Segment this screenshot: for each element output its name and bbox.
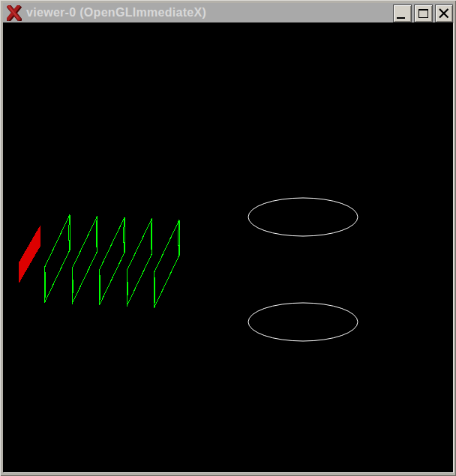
viewer-window: viewer-0 (OpenGLImmediateX) [0,0,456,476]
white-circle [248,303,358,341]
window-controls [393,4,453,22]
green-panel [100,217,125,305]
green-panel [45,215,70,303]
window-title: viewer-0 (OpenGLImmediateX) [26,3,206,22]
red-x-app-icon[interactable] [7,5,22,21]
opengl-viewport[interactable] [3,22,453,472]
maximize-button[interactable] [414,4,433,22]
close-button[interactable] [435,4,453,22]
minimize-button[interactable] [393,4,412,22]
minimize-icon [397,17,405,19]
white-circle [248,198,358,236]
green-panel [72,217,98,304]
rendered-scene [3,22,453,472]
green-panel [127,219,152,307]
green-panel [154,220,180,308]
maximize-icon [418,9,428,18]
close-icon [439,8,449,19]
title-bar[interactable]: viewer-0 (OpenGLImmediateX) [3,3,453,22]
red-panel [19,225,41,284]
